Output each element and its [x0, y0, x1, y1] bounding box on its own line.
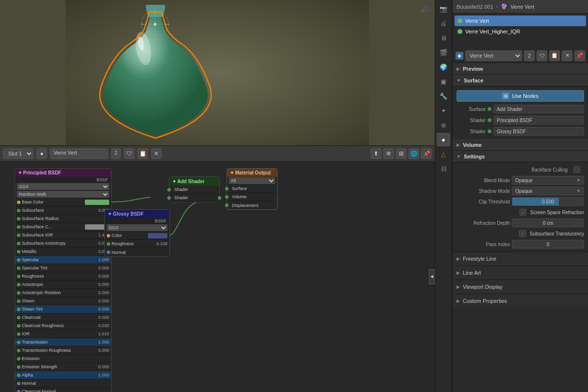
glossy-node-title: ✦ Glossy BSDF — [108, 211, 144, 217]
line-art-section: ▶ Line Art — [453, 266, 588, 280]
settings-section-content: Backface Culling □ Blend Mode Opaque ▼ S… — [453, 162, 588, 251]
use-nodes-button[interactable]: ⊞ Use Nodes — [457, 90, 584, 102]
clip-threshold-row: Clip Threshold 0.500 — [453, 196, 588, 207]
sidebar-icon-object-data[interactable]: △ — [437, 147, 450, 161]
sidebar-icon-constraints[interactable]: ⛓ — [437, 162, 450, 175]
freestyle-line-title: Freestyle Line — [463, 256, 496, 262]
material-output-title: ✦ Material Output — [230, 170, 271, 175]
backface-culling-label: Backface Culling — [457, 167, 572, 172]
shader1-value[interactable]: Principled BSDF — [493, 116, 584, 125]
sidebar-icon-render[interactable]: 📷 — [437, 2, 450, 16]
mat-shield-btn[interactable]: 🛡 — [537, 50, 547, 61]
blend-mode-label: Blend Mode — [457, 178, 510, 183]
unlink-icon[interactable]: ✕ — [151, 148, 162, 159]
settings-section-header[interactable]: ▼ Settings — [453, 151, 588, 162]
sidebar-icon-view[interactable]: 🖥 — [437, 31, 450, 45]
material-output-node[interactable]: ✦ Material Output All Surface Volume — [227, 168, 278, 210]
volume-section-header[interactable]: ▶ Volume — [453, 139, 588, 151]
mat-unlink-btn[interactable]: ✕ — [562, 50, 572, 61]
mat-copy-btn[interactable]: 📋 — [549, 50, 560, 61]
material-output-target-dropdown[interactable]: All — [229, 177, 275, 184]
freestyle-line-section: ▶ Freestyle Line — [453, 251, 588, 266]
surface-shader-value[interactable]: Add Shader — [493, 105, 584, 113]
pass-index-row: Pass Index 0 — [453, 239, 588, 250]
viewport-display-header[interactable]: ▶ Viewport Display — [453, 280, 588, 294]
material-type-icon: ◉ — [456, 52, 463, 60]
surface-section-content: ⊞ Use Nodes Surface Add Shader Shader Pr… — [453, 86, 588, 139]
material-count-badge: 2 — [111, 148, 121, 159]
node-options-icon[interactable]: ⬆ — [371, 148, 381, 159]
shader2-socket — [488, 129, 491, 133]
viewport-3d[interactable]: 🎥 — [0, 0, 435, 145]
shadow-mode-value[interactable]: Opaque ▼ — [512, 187, 584, 195]
sidebar-icon-object[interactable]: ▣ — [437, 75, 450, 88]
blend-mode-row: Blend Mode Opaque ▼ — [453, 175, 588, 186]
pass-index-value[interactable]: 0 — [512, 240, 584, 249]
material-item-verre-higher[interactable]: Verre Vert_Higher_IQR — [455, 26, 586, 37]
sidebar-icon-material[interactable]: ● — [437, 133, 450, 146]
shader2-value[interactable]: Glossy BSDF — [493, 127, 584, 136]
node-editor-toolbar: Slot 1 ● Verre Vert 2 🛡 📋 ✕ ⬆ ✲ ⊞ 🌐 📌 — [0, 145, 435, 161]
shader1-label: Shader — [457, 118, 486, 123]
line-art-title: Line Art — [463, 270, 481, 276]
pin-icon[interactable]: 📌 — [421, 148, 432, 159]
surface-label: Surface — [457, 107, 486, 112]
ssr-checkbox[interactable]: ✓ — [520, 209, 526, 216]
sidebar-icon-output[interactable]: 🖨 — [437, 16, 450, 30]
refraction-depth-value[interactable]: 0 cm — [512, 219, 584, 227]
freestyle-line-header[interactable]: ▶ Freestyle Line — [453, 252, 588, 266]
principled-bsdf-node[interactable]: ✦ Principled BSDF BSDF GGX Random Walk B… — [15, 168, 112, 392]
collapse-panel-btn[interactable]: ◀ — [429, 269, 435, 284]
node-view-icon[interactable]: 🌐 — [408, 148, 419, 159]
breadcrumb-material: Verre Vert — [510, 4, 534, 10]
material-list: Verre Vert Verre Vert_Higher_IQR — [453, 14, 588, 39]
node-select-icon[interactable]: ✲ — [383, 148, 394, 159]
random-walk-dropdown[interactable]: Random Walk — [17, 191, 109, 198]
sidebar-icon-scene[interactable]: 🎬 — [437, 46, 450, 59]
surface-shader-row: Surface Add Shader — [457, 104, 584, 114]
sst-label: Subsurface Translucency — [530, 231, 584, 236]
node-canvas[interactable]: ✦ Principled BSDF BSDF GGX Random Walk B… — [0, 161, 435, 392]
material-name-dropdown[interactable]: Verre Vert — [465, 50, 522, 61]
backface-culling-checkbox[interactable]: □ — [573, 166, 580, 173]
shadow-mode-row: Shadow Mode Opaque ▼ — [453, 186, 588, 196]
preview-section-header[interactable]: ▶ Preview — [453, 63, 588, 75]
material-item-verre-vert[interactable]: Verre Vert — [455, 16, 586, 26]
material-name-field[interactable]: Verre Vert — [50, 148, 108, 159]
shader1-row: Shader Principled BSDF — [457, 115, 584, 125]
material-name-active: Verre Vert — [465, 18, 489, 24]
backface-culling-row: Backface Culling □ — [453, 164, 588, 175]
material-list-expand: ··· — [453, 39, 588, 48]
mat-pin-btn[interactable]: 📌 — [574, 50, 585, 61]
material-subtoolbar: ◉ Verre Vert 2 🛡 📋 ✕ 📌 — [453, 48, 588, 63]
custom-properties-header[interactable]: ▶ Custom Properties — [453, 294, 588, 308]
line-art-header[interactable]: ▶ Line Art — [453, 266, 588, 280]
shadow-mode-label: Shadow Mode — [457, 188, 510, 194]
blend-mode-value[interactable]: Opaque ▼ — [512, 176, 584, 185]
material-dot-active — [457, 18, 462, 23]
copy-icon[interactable]: 📋 — [137, 148, 148, 159]
glossy-bsdf-node[interactable]: ✦ Glossy BSDF BSDF GGX Color Roughness 0… — [104, 209, 170, 257]
ggx-dropdown[interactable]: GGX — [17, 183, 109, 190]
surface-section-header[interactable]: ▼ Surface — [453, 75, 588, 86]
sidebar-icon-modifiers[interactable]: 🔧 — [437, 89, 450, 103]
sidebar-icon-particles[interactable]: ✦ — [437, 104, 450, 117]
node-type-icon[interactable]: ● — [36, 148, 47, 159]
clip-threshold-label: Clip Threshold — [457, 199, 510, 204]
node-add-icon[interactable]: ⊞ — [396, 148, 407, 159]
refraction-depth-label: Refraction Depth — [457, 220, 510, 226]
sidebar-icon-physics[interactable]: ⊕ — [437, 118, 450, 132]
sst-checkbox[interactable]: ✓ — [519, 230, 526, 237]
glossy-ggx-dropdown[interactable]: GGX — [107, 224, 167, 231]
properties-panel: Bouteille02.001 › 🔮 Verre Vert Verre Ver… — [452, 0, 588, 392]
breadcrumb-object: Bouteille02.001 — [457, 4, 493, 10]
slot-dropdown[interactable]: Slot 1 — [3, 148, 33, 159]
shield-icon[interactable]: 🛡 — [124, 148, 134, 159]
material-dot-inactive — [457, 29, 462, 34]
add-shader-node[interactable]: ✦ Add Shader Shader Shader — [169, 176, 220, 203]
properties-header: Bouteille02.001 › 🔮 Verre Vert — [453, 0, 588, 14]
principled-node-subtype: BSDF — [15, 177, 111, 183]
clip-threshold-value[interactable]: 0.500 — [512, 197, 584, 206]
sidebar-icon-world[interactable]: 🌍 — [437, 60, 450, 74]
viewport-display-section: ▶ Viewport Display — [453, 280, 588, 294]
